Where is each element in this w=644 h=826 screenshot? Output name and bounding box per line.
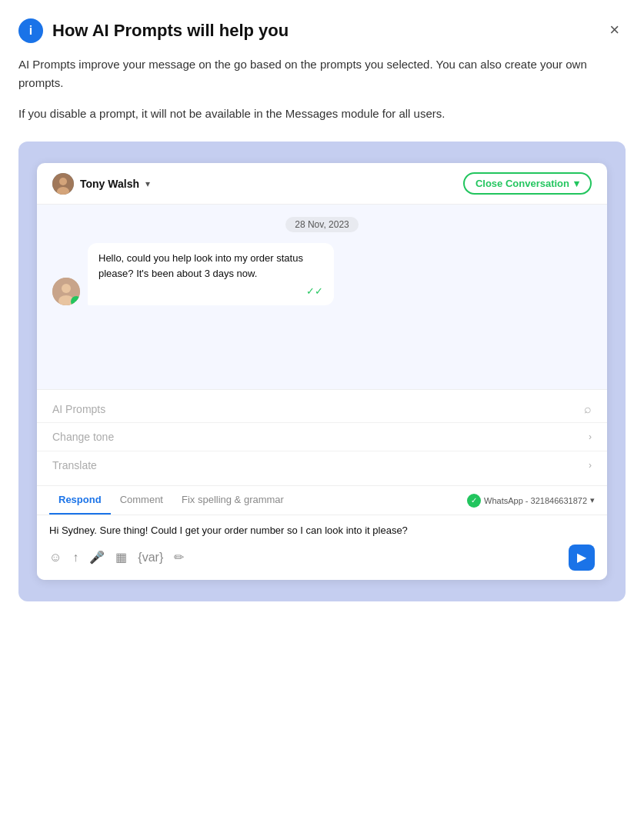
close-convo-chevron: ▾	[574, 178, 579, 189]
ai-prompts-dropdown: AI Prompts ⌕ Change tone › Translate ›	[37, 389, 607, 485]
whatsapp-channel-icon: ✓	[467, 494, 481, 508]
variable-icon[interactable]: {var}	[138, 551, 163, 565]
chat-header: Tony Walsh ▾ Close Conversation ▾	[37, 163, 607, 205]
message-tick: ✓✓	[98, 284, 323, 298]
chat-body: 28 Nov, 2023 ✓ Hello, could you help loo…	[37, 205, 607, 389]
info-icon: i	[18, 18, 43, 43]
message-bubble: Hello, could you help look into my order…	[88, 243, 334, 305]
avatar	[52, 173, 74, 195]
translate-item[interactable]: Translate ›	[37, 451, 607, 479]
date-badge: 28 Nov, 2023	[52, 217, 592, 231]
send-icon: ▶	[577, 550, 586, 565]
svg-point-4	[62, 284, 71, 293]
translate-label: Translate	[52, 459, 97, 471]
tab-comment[interactable]: Comment	[111, 486, 172, 515]
chevron-down-icon: ▾	[145, 178, 150, 189]
contact-name: Tony Walsh	[80, 178, 139, 190]
translate-chevron-icon: ›	[589, 460, 592, 471]
ai-prompts-header: AI Prompts ⌕	[37, 396, 607, 422]
tab-fix-spelling[interactable]: Fix spelling & grammar	[172, 486, 293, 515]
modal-description-2: If you disable a prompt, it will not be …	[18, 105, 626, 123]
close-conversation-button[interactable]: Close Conversation ▾	[463, 172, 592, 195]
mic-icon[interactable]: 🎤	[89, 550, 105, 565]
emoji-icon[interactable]: ☺	[49, 551, 62, 565]
change-tone-label: Change tone	[52, 431, 114, 443]
svg-point-1	[59, 178, 67, 185]
modal-description-1: AI Prompts improve your message on the g…	[18, 55, 626, 92]
ai-prompts-title: AI Prompts	[52, 403, 105, 415]
upload-icon[interactable]: ↑	[72, 551, 78, 565]
footer-toolbar: ☺ ↑ 🎤 ▦ {var} ✏ ▶	[49, 545, 595, 577]
preview-container: Tony Walsh ▾ Close Conversation ▾ 28 Nov…	[18, 142, 626, 601]
message-row: ✓ Hello, could you help look into my ord…	[52, 243, 592, 305]
search-icon[interactable]: ⌕	[584, 402, 592, 416]
modal-header: i How AI Prompts will help you ×	[18, 18, 626, 43]
chat-window: Tony Walsh ▾ Close Conversation ▾ 28 Nov…	[37, 163, 607, 580]
message-avatar: ✓	[52, 278, 80, 305]
channel-chevron-icon: ▾	[590, 495, 595, 505]
modal-title: How AI Prompts will help you	[52, 21, 289, 41]
footer-input-area: Hi Sydney. Sure thing! Could I get your …	[37, 515, 607, 580]
footer-tabs: Respond Comment Fix spelling & grammar ✓…	[37, 486, 607, 515]
change-tone-chevron-icon: ›	[589, 431, 592, 442]
chat-footer: Respond Comment Fix spelling & grammar ✓…	[37, 485, 607, 580]
template-icon[interactable]: ▦	[115, 550, 127, 565]
ai-prompt-icon[interactable]: ✏	[174, 550, 184, 565]
contact-selector[interactable]: Tony Walsh ▾	[52, 173, 150, 195]
whatsapp-badge-icon: ✓	[71, 296, 80, 305]
send-button[interactable]: ▶	[569, 545, 595, 571]
modal-title-row: i How AI Prompts will help you	[18, 18, 289, 43]
footer-input-text[interactable]: Hi Sydney. Sure thing! Could I get your …	[49, 523, 595, 538]
message-text: Hello, could you help look into my order…	[98, 251, 323, 281]
change-tone-item[interactable]: Change tone ›	[37, 422, 607, 451]
close-button[interactable]: ×	[603, 18, 626, 42]
channel-selector[interactable]: ✓ WhatsApp - 321846631872 ▾	[467, 494, 595, 508]
tab-respond[interactable]: Respond	[49, 486, 111, 515]
